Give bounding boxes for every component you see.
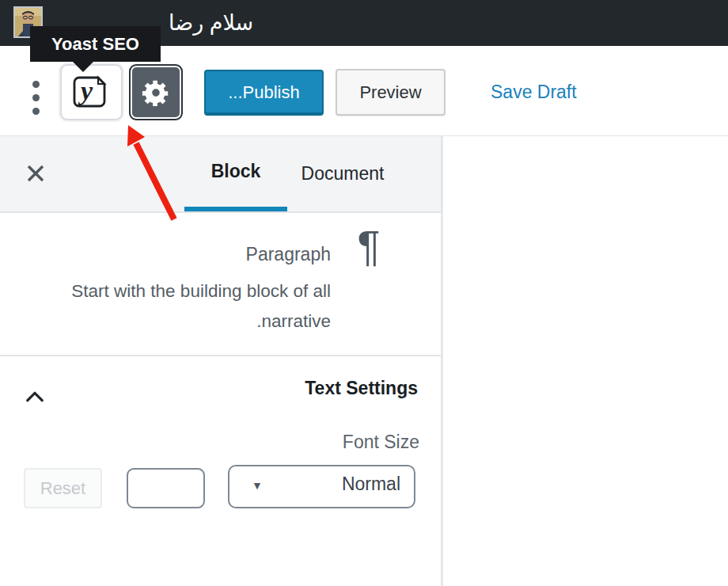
block-name: Paragraph [246,244,331,265]
text-settings-panel: Text Settings Font Size Reset ▼ Normal D… [0,359,441,586]
gear-icon [141,78,171,108]
font-size-label: Font Size [343,432,419,453]
chevron-up-icon [25,390,44,403]
caret-down-icon: ▼ [252,479,263,492]
tooltip-pointer [73,62,93,72]
block-card-paragraph: ¶ Paragraph Start with the building bloc… [0,213,441,356]
site-title[interactable]: سلام رضا [169,6,253,40]
tab-block[interactable]: Block [184,136,287,211]
ellipsis-dot [32,81,40,88]
save-draft-link[interactable]: Save Draft [486,81,582,104]
ellipsis-dot [32,94,40,101]
settings-sidebar: Block Document ¶ Paragraph Start with th… [0,136,443,586]
editor-content-area[interactable] [443,136,728,586]
font-size-select[interactable]: ▼ Normal [228,465,415,508]
svg-text:y: y [78,76,93,105]
tab-document[interactable]: Document [287,136,398,211]
panel-title[interactable]: Text Settings [305,378,418,399]
yoast-tooltip: Yoast SEO [30,26,161,62]
reset-button[interactable]: Reset [24,468,102,508]
yoast-seo-button[interactable]: y [60,64,123,120]
font-size-selected-value: Normal [342,474,400,495]
preview-button[interactable]: Preview [336,69,446,116]
close-sidebar-button[interactable] [21,158,51,188]
settings-button[interactable] [129,64,183,120]
pilcrow-icon: ¶ [351,224,386,267]
more-options-button[interactable] [25,74,46,120]
block-description: Start with the building block of all nar… [21,276,331,337]
close-icon [26,164,45,183]
ellipsis-dot [32,108,40,115]
collapse-panel-button[interactable] [21,382,49,411]
font-size-input[interactable] [127,468,205,508]
yoast-logo-icon: y [73,73,111,112]
wordpress-editor-screen: سلام رضا y ...Publish Preview Save Draft… [0,0,728,586]
sidebar-tabs-header: Block Document [0,136,441,213]
publish-button[interactable]: ...Publish [204,70,324,116]
